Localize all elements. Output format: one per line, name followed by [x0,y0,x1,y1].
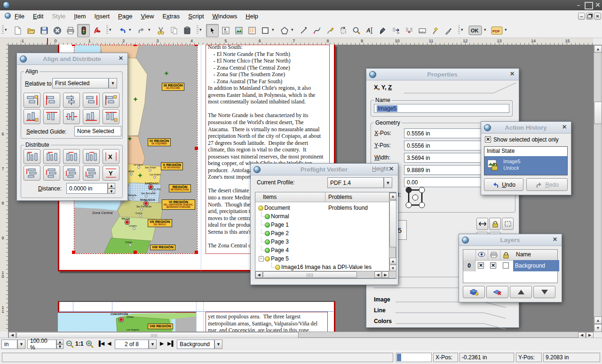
last-page-button[interactable]: ▶▌ [167,340,175,347]
zoom-icon[interactable] [350,24,363,37]
distribute-v-button-4[interactable]: Y [103,166,119,181]
unit-select[interactable]: in [1,340,17,349]
save-icon[interactable] [38,24,50,37]
menu-view[interactable]: View [136,10,158,22]
layers-table[interactable]: Name0✕✕Background [463,249,558,283]
expander-minus[interactable]: − [259,256,264,261]
align-h-button-3[interactable] [83,93,100,108]
preflight-row[interactable]: −Page 5 [255,254,389,263]
zoom-out-icon[interactable] [66,340,74,350]
lock-size-button[interactable] [502,218,514,230]
align-h-button-0[interactable] [24,93,40,108]
distribute-v-button-2[interactable] [63,166,80,181]
menu-windows[interactable]: Windows [208,10,242,22]
align-h-button-1[interactable] [43,93,60,108]
relative-to-select[interactable]: First Selected [52,78,109,88]
selection-handle[interactable] [195,251,198,254]
select-icon[interactable] [206,24,219,37]
distance-spin-up[interactable]: ▲ [108,183,115,189]
menu-item[interactable]: Item [70,10,90,22]
scroll-down-button[interactable]: ▼ [594,324,602,332]
align-v-button-4[interactable] [103,109,119,124]
list-scroll-left[interactable]: ◀ [255,271,262,278]
list-hscrollbar[interactable]: ◀◀▶ [255,271,396,278]
distribute-h-button-3[interactable] [83,149,100,164]
lock-button[interactable] [489,218,501,230]
add-layer-button[interactable] [463,286,485,298]
action-history-palette-close-icon[interactable]: ✕ [561,124,568,131]
list-vscrollbar[interactable]: ▲▲▼ [389,192,396,278]
menu-help[interactable]: Help [241,10,262,22]
profile-select-arrow[interactable]: ▼ [384,177,392,188]
unit-select-arrow[interactable]: ▼ [17,340,25,349]
link-text-frames-icon[interactable] [389,24,402,37]
edit-contents-icon[interactable]: A [363,24,376,37]
print-icon[interactable] [64,24,77,37]
image-frame-map-page2[interactable]: CONCEPCIÓNChillánLos AngelesVIII REGIÓN [58,312,196,332]
vertical-scrollbar-thumb[interactable] [594,102,602,124]
menu-file[interactable]: File [10,10,29,22]
layer-lock-checkbox[interactable] [503,262,509,269]
insert-bezier-icon[interactable] [310,24,323,37]
insert-image-frame-icon[interactable] [232,24,245,37]
new-icon[interactable] [11,24,24,37]
zoom-level-input[interactable]: 100.00 % [27,340,56,349]
history-item[interactable]: Initial State [484,147,567,155]
name-column-header[interactable]: Name [516,251,531,258]
action-history-palette[interactable]: Action History✕✕Show selected object onl… [481,121,571,195]
close-doc-icon[interactable] [51,24,63,37]
preflight-row[interactable]: Page 4 [255,246,389,254]
selection-handle[interactable] [134,45,137,46]
preflight-row[interactable]: Image16 Image has a DPI-Value les [255,263,389,271]
unlink-text-frames-icon[interactable] [403,24,415,37]
insert-line-icon[interactable] [297,24,310,37]
vertical-scrollbar[interactable]: ▲ ▲ ▼ [594,45,602,332]
layers-palette[interactable]: Layers✕Name0✕✕Background [459,234,562,302]
copy-icon[interactable] [167,24,180,37]
previous-page-button[interactable]: ◀ [107,340,111,347]
insert-freehand-icon[interactable] [324,24,336,37]
open-icon[interactable] [24,24,37,37]
raise-layer-button[interactable] [510,286,532,298]
scroll-up-button[interactable]: ▲ [594,45,602,53]
distance-input[interactable]: 0.0000 in [66,183,108,194]
history-list[interactable]: Initial StateImage5Unlock [484,146,568,175]
layers-palette-close-icon[interactable]: ✕ [551,236,559,244]
page-number-select[interactable]: 2 of 8 [115,340,149,349]
align-distribute-dialog-titlebar[interactable]: Align and Distribute✕ [17,53,127,65]
window-close-button[interactable]: ✕ [594,1,602,8]
ruler-origin-box[interactable] [0,38,8,45]
toolbar-overflow-arrow[interactable]: ▾ [461,27,463,32]
redo-button[interactable]: Redo [526,178,568,191]
redo-dropdown-arrow[interactable]: ▾ [148,27,150,32]
menu-page[interactable]: Page [114,10,136,22]
preflight-row[interactable]: Normal [255,212,389,221]
align-v-button-2[interactable] [63,109,80,124]
undo-button[interactable]: Undo [484,178,523,191]
redo-icon[interactable] [135,24,148,37]
align-v-button-1[interactable] [43,109,60,124]
paste-icon[interactable] [181,24,193,37]
column-divider[interactable] [325,192,325,202]
undo-dropdown-arrow[interactable]: ▾ [129,27,131,32]
list-scroll-up[interactable]: ▲ [389,193,396,199]
list-scroll-up2[interactable]: ▲ [389,258,396,264]
menu-extras[interactable]: Extras [158,10,184,22]
insert-polygon-icon[interactable] [278,24,291,37]
preflight-verifier-dialog[interactable]: Preflight Verifier✕Current Profile:PDF 1… [250,163,398,285]
zoom-1to1-button[interactable]: 1:1 [75,340,83,347]
column-items[interactable]: Items [263,194,277,200]
next-page-button[interactable]: ▶ [160,340,164,347]
toolbar-overflow-arrow[interactable]: ▾ [5,27,7,32]
measurements-icon[interactable] [416,24,428,37]
eyedropper-icon[interactable] [442,24,455,37]
distribute-h-button-4[interactable]: X [103,149,119,164]
zoom-spin-down[interactable]: ▼ [56,344,63,349]
insert-shape-icon[interactable] [259,24,271,37]
distribute-h-button-2[interactable] [63,149,80,164]
preflight-row[interactable]: Page 3 [255,237,389,246]
relative-to-arrow[interactable]: ▼ [109,78,117,88]
window-maximize-button[interactable] [585,2,593,9]
problems-list[interactable]: ItemsProblemsDocumentProblems foundNorma… [255,192,396,279]
layer-print-checkbox[interactable]: ✕ [490,262,496,269]
